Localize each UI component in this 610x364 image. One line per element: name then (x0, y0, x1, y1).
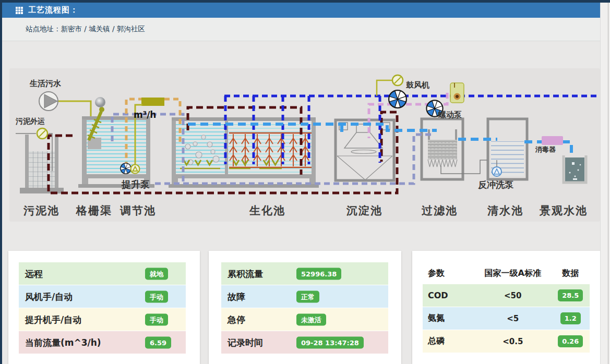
tank-label-screen: 格栅渠 (76, 203, 112, 218)
breadcrumb-bar: 站点地址：新密市 / 城关镇 / 郭沟社区 (2, 18, 600, 41)
label-sewage: 生活污水 (30, 79, 61, 89)
param-standard: <0.5 (474, 337, 551, 346)
page-title: 工艺流程图： (28, 5, 78, 15)
timestamp-badge: 09-28 13:47:28 (296, 336, 364, 348)
table-row: COD <50 28.5 (423, 284, 590, 307)
tank-label-landscape: 景观水池 (540, 203, 588, 218)
control-status-table: 远程 就地 风机手/自动 手动 提升机手/自动 手动 当前流量(m^3/h) 6… (19, 262, 186, 354)
label-blower: 鼓风机 (406, 80, 429, 90)
tank-label-sedimentation: 沉淀池 (346, 203, 382, 218)
label-flow-unit: m³/h (134, 110, 156, 120)
value-badge: 6.59 (145, 336, 171, 348)
inlet-pump-icon (39, 92, 91, 116)
tank-label-clearwater: 清水池 (487, 203, 523, 218)
header-param: 参数 (423, 268, 474, 279)
table-row: 总磷 <0.5 0.26 (423, 330, 590, 353)
lift-pump-icons (121, 163, 140, 174)
param-standard: <5 (474, 314, 551, 323)
table-row: 故障 正常 (221, 285, 388, 308)
param-name: COD (423, 290, 474, 300)
table-row: 提升机手/自动 手动 (19, 308, 186, 331)
table-row: 氨氮 <5 1.2 (423, 307, 590, 330)
disinfector-box (542, 136, 563, 145)
header-data: 数据 (551, 268, 590, 279)
table-row: 风机手/自动 手动 (19, 285, 186, 308)
control-status-card: 远程 就地 风机手/自动 手动 提升机手/自动 手动 当前流量(m^3/h) 6… (8, 251, 200, 364)
flow-status-table: 累积流量 52996.38 故障 正常 急停 未激活 记录时间 09-28 13… (221, 262, 388, 354)
flow-status-card: 累积流量 52996.38 故障 正常 急停 未激活 记录时间 09-28 13… (209, 251, 401, 364)
header-bar: 工艺流程图： (2, 3, 600, 18)
tank-label-regulating: 调节池 (120, 203, 156, 218)
row-label: 记录时间 (228, 336, 263, 348)
label-backwash-pump: 反冲洗泵 (478, 179, 513, 191)
label-sludge-out: 污泥外运 (16, 117, 45, 126)
header-standard: 国家一级A标准 (474, 268, 551, 279)
param-name: 氨氮 (423, 313, 474, 324)
row-label: 风机手/自动 (25, 290, 73, 302)
tank-label-filter: 过滤池 (422, 203, 458, 218)
row-label: 远程 (25, 268, 43, 280)
breadcrumb: 站点地址：新密市 / 城关镇 / 郭沟社区 (26, 25, 145, 34)
value-badge: 28.5 (558, 289, 583, 301)
label-disinfector: 消毒器 (535, 145, 556, 154)
biochemical-tank (169, 117, 319, 188)
value-badge: 52996.38 (296, 268, 341, 280)
table-row: 记录时间 09-28 13:47:28 (221, 331, 388, 354)
table-row: 累积流量 52996.38 (221, 262, 388, 285)
value-badge: 1.2 (560, 312, 581, 324)
dosing-device (450, 83, 464, 103)
tank-label-biochemical: 生化池 (249, 203, 285, 218)
sedimentation-tank (336, 120, 394, 180)
status-badge: 未激活 (296, 313, 326, 325)
table-row: 当前流量(m^3/h) 6.59 (19, 331, 186, 354)
label-lift-pump: 提升泵 (122, 178, 150, 191)
sludge-tank (20, 135, 64, 193)
row-label: 故障 (228, 290, 245, 302)
row-label: 急停 (228, 313, 245, 325)
label-screw-pump: 螺动泵 (438, 110, 462, 120)
tank-label-sludge: 污泥池 (23, 203, 59, 218)
process-diagram-panel: 生活污水 污泥外运 提升泵 m³/h 鼓风机 螺动泵 消毒器 反冲洗泵 污泥池 … (9, 68, 600, 222)
process-flow-page: 工艺流程图： 站点地址：新密市 / 城关镇 / 郭沟社区 (0, 0, 610, 364)
landscape-pool (564, 155, 586, 183)
table-row: 急停 未激活 (221, 308, 388, 331)
status-badge: 正常 (296, 290, 319, 302)
screen-channel-tank (78, 116, 154, 188)
status-badge: 手动 (145, 313, 168, 325)
row-label: 提升机手/自动 (25, 313, 81, 325)
vertical-scrollbar[interactable] (600, 3, 610, 364)
row-label: 累积流量 (228, 268, 263, 280)
row-label: 当前流量(m^3/h) (25, 336, 101, 348)
table-row: 远程 就地 (19, 262, 186, 285)
sludge-out-valve (37, 128, 47, 139)
param-standard: <50 (474, 291, 551, 300)
status-badge: 手动 (145, 290, 168, 302)
grid-icon (16, 7, 23, 14)
filter-tank (422, 119, 463, 179)
status-badge: 就地 (145, 268, 168, 280)
process-diagram (9, 68, 600, 222)
water-quality-card: 参数 国家一级A标准 数据 COD <50 28.5 氨氮 <5 1.2 总磷 … (412, 251, 604, 364)
water-quality-table: 参数 国家一级A标准 数据 COD <50 28.5 氨氮 <5 1.2 总磷 … (423, 262, 590, 353)
backwash-pump-icon (492, 167, 501, 176)
window-left-strip (0, 0, 2, 364)
param-name: 总磷 (423, 336, 474, 347)
table-header-row: 参数 国家一级A标准 数据 (423, 262, 590, 284)
value-badge: 0.26 (558, 335, 583, 347)
